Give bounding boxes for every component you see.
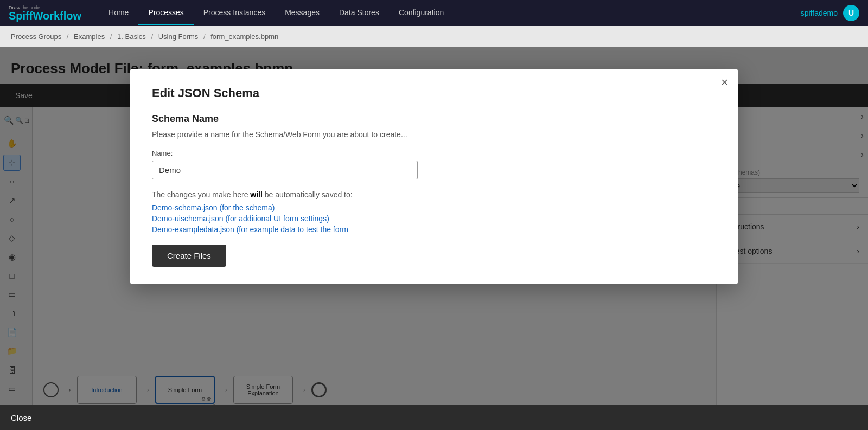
nav-home[interactable]: Home bbox=[99, 1, 138, 25]
close-button[interactable]: Close bbox=[11, 413, 31, 422]
nav-items: Home Processes Process Instances Message… bbox=[99, 1, 801, 25]
auto-save-text: The changes you make here will be automa… bbox=[152, 190, 716, 199]
schema-name-input[interactable] bbox=[152, 161, 418, 179]
breadcrumb: Process Groups / Examples / 1. Basics / … bbox=[0, 26, 868, 47]
create-files-button[interactable]: Create Files bbox=[152, 245, 226, 267]
top-nav: Draw the code SpiffWorkflow Home Process… bbox=[0, 0, 868, 26]
nav-right: spiffademo U bbox=[801, 5, 859, 21]
main-area: Process Model File: form_examples.bpmn S… bbox=[0, 47, 868, 430]
nav-username: spiffademo bbox=[801, 9, 838, 17]
schema-description: Please provide a name for the Schema/Web… bbox=[152, 129, 716, 140]
modal-close-button[interactable]: × bbox=[721, 76, 728, 88]
sep4: / bbox=[203, 33, 206, 41]
close-bar: Close bbox=[0, 405, 868, 430]
nav-process-instances[interactable]: Process Instances bbox=[194, 1, 275, 25]
name-label: Name: bbox=[152, 149, 716, 157]
nav-messages[interactable]: Messages bbox=[275, 1, 329, 25]
modal-overlay: × Edit JSON Schema Schema Name Please pr… bbox=[0, 47, 868, 430]
breadcrumb-file[interactable]: form_examples.bpmn bbox=[210, 33, 278, 41]
breadcrumb-using-forms[interactable]: Using Forms bbox=[158, 33, 199, 41]
modal-title: Edit JSON Schema bbox=[152, 86, 716, 100]
breadcrumb-process-groups[interactable]: Process Groups bbox=[11, 33, 61, 41]
logo-text: SpiffWorkflow bbox=[9, 10, 81, 22]
nav-processes[interactable]: Processes bbox=[138, 1, 193, 25]
nav-data-stores[interactable]: Data Stores bbox=[329, 1, 389, 25]
exampledata-file-link[interactable]: Demo-exampledata.json (for example data … bbox=[152, 225, 716, 234]
uischema-file-link[interactable]: Demo-uischema.json (for additional UI fo… bbox=[152, 214, 716, 223]
schema-name-title: Schema Name bbox=[152, 113, 716, 125]
sep1: / bbox=[67, 33, 69, 41]
edit-json-schema-modal: × Edit JSON Schema Schema Name Please pr… bbox=[130, 69, 738, 284]
schema-file-link[interactable]: Demo-schema.json (for the schema) bbox=[152, 203, 716, 212]
logo: Draw the code SpiffWorkflow bbox=[9, 5, 81, 22]
sep3: / bbox=[151, 33, 153, 41]
nav-configuration[interactable]: Configuration bbox=[389, 1, 454, 25]
breadcrumb-basics[interactable]: 1. Basics bbox=[117, 33, 146, 41]
sep2: / bbox=[110, 33, 112, 41]
nav-avatar[interactable]: U bbox=[843, 5, 859, 21]
breadcrumb-examples[interactable]: Examples bbox=[74, 33, 105, 41]
